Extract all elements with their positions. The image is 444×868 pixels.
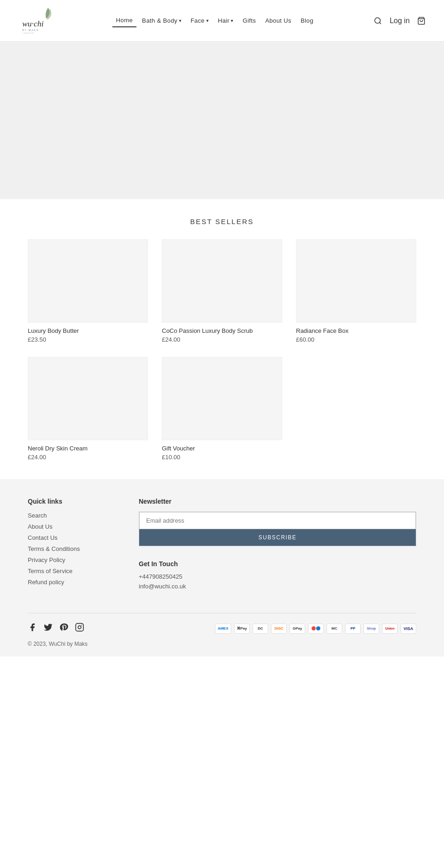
- twitter-icon[interactable]: [43, 623, 53, 634]
- search-link[interactable]: Search: [28, 512, 47, 519]
- hero-slideshow: [0, 42, 444, 199]
- svg-text:LONDON: LONDON: [22, 32, 35, 34]
- nav-face[interactable]: Face ▾: [187, 14, 212, 27]
- contact-info: +447908250425 info@wuchi.co.uk: [139, 573, 416, 590]
- newsletter-section: Newsletter SUBSCRIBE: [139, 498, 416, 546]
- copyright: © 2023, WuChi by Maks: [28, 641, 416, 647]
- refund-policy-link[interactable]: Refund policy: [28, 579, 64, 586]
- newsletter-heading: Newsletter: [139, 498, 416, 505]
- product-image: [296, 239, 416, 323]
- quick-links-list: Search About Us Contact Us Terms & Condi…: [28, 512, 111, 586]
- header-actions: Log in: [374, 17, 426, 25]
- quick-links-heading: Quick links: [28, 498, 111, 505]
- best-sellers-title: BEST SELLERS: [28, 218, 416, 225]
- product-image: [162, 239, 282, 323]
- nav-home[interactable]: Home: [112, 14, 136, 27]
- visa-badge: VISA: [401, 624, 416, 634]
- shopify-badge: Shop: [364, 624, 379, 634]
- discover-badge: DISC: [271, 624, 287, 634]
- list-item: Search: [28, 512, 111, 519]
- list-item: About Us: [28, 523, 111, 530]
- chevron-down-icon: ▾: [179, 18, 181, 23]
- product-card[interactable]: CoCo Passion Luxury Body Scrub £24.00: [162, 239, 282, 343]
- get-in-touch-heading: Get In Touch: [139, 560, 416, 568]
- social-icons: [28, 623, 84, 634]
- footer-cols: Quick links Search About Us Contact Us T…: [28, 498, 416, 604]
- list-item: Terms of Service: [28, 567, 111, 575]
- product-price: £24.00: [28, 454, 148, 461]
- search-button[interactable]: [374, 17, 382, 25]
- best-sellers-section: BEST SELLERS Luxury Body Butter £23.50 C…: [0, 199, 444, 479]
- list-item: Refund policy: [28, 578, 111, 586]
- payment-icons: AMEX ⌘Pay DC DISC GPay 🔴🔵 MC PP Shop Uni…: [215, 624, 416, 634]
- amex-badge: AMEX: [215, 624, 231, 634]
- product-name: CoCo Passion Luxury Body Scrub: [162, 327, 282, 334]
- diners-badge: DC: [253, 624, 268, 634]
- product-image: [28, 357, 148, 440]
- chevron-down-icon: ▾: [206, 18, 209, 23]
- main-nav: Home Bath & Body ▾ Face ▾ Hair ▾ Gifts A…: [112, 14, 317, 27]
- product-name: Gift Voucher: [162, 445, 282, 452]
- contact-link[interactable]: Contact Us: [28, 534, 57, 541]
- quick-links: Quick links Search About Us Contact Us T…: [28, 498, 111, 586]
- product-card[interactable]: Luxury Body Butter £23.50: [28, 239, 148, 343]
- terms-conditions-link[interactable]: Terms & Conditions: [28, 545, 80, 552]
- product-image: [28, 239, 148, 323]
- product-placeholder: [296, 357, 416, 461]
- phone-number: +447908250425: [139, 573, 416, 580]
- logo[interactable]: wu·chi BY MAKS LONDON: [18, 6, 56, 36]
- get-in-touch: Get In Touch +447908250425 info@wuchi.co…: [139, 560, 416, 590]
- unionpay-badge: Union: [382, 624, 398, 634]
- newsletter-col: Newsletter SUBSCRIBE Get In Touch +44790…: [139, 498, 416, 604]
- maestro-badge: 🔴🔵: [308, 624, 324, 634]
- product-price: £60.00: [296, 336, 416, 343]
- email-address: info@wuchi.co.uk: [139, 583, 416, 590]
- chevron-down-icon: ▾: [231, 18, 233, 23]
- quick-links-col: Quick links Search About Us Contact Us T…: [28, 498, 111, 604]
- applepay-badge: ⌘Pay: [234, 624, 250, 634]
- product-card[interactable]: Radiance Face Box £60.00: [296, 239, 416, 343]
- product-card[interactable]: Gift Voucher £10.00: [162, 357, 282, 461]
- svg-text:BY MAKS: BY MAKS: [22, 29, 39, 31]
- footer-bottom: AMEX ⌘Pay DC DISC GPay 🔴🔵 MC PP Shop Uni…: [28, 613, 416, 634]
- site-footer: Quick links Search About Us Contact Us T…: [0, 479, 444, 656]
- mastercard-badge: MC: [327, 624, 342, 634]
- paypal-badge: PP: [345, 624, 361, 634]
- newsletter-form: SUBSCRIBE: [139, 512, 416, 546]
- facebook-icon[interactable]: [28, 623, 37, 634]
- product-price: £24.00: [162, 336, 282, 343]
- instagram-icon[interactable]: [75, 623, 84, 634]
- list-item: Terms & Conditions: [28, 545, 111, 552]
- nav-hair[interactable]: Hair ▾: [214, 14, 237, 27]
- product-price: £23.50: [28, 336, 148, 343]
- svg-text:wu·chi: wu·chi: [22, 19, 44, 28]
- list-item: Contact Us: [28, 534, 111, 541]
- nav-about[interactable]: About Us: [261, 14, 295, 27]
- products-grid: Luxury Body Butter £23.50 CoCo Passion L…: [28, 239, 416, 461]
- product-name: Luxury Body Butter: [28, 327, 148, 334]
- list-item: Privacy Policy: [28, 556, 111, 563]
- svg-point-3: [375, 18, 381, 23]
- product-price: £10.00: [162, 454, 282, 461]
- svg-rect-5: [76, 624, 84, 631]
- product-name: Neroli Dry Skin Cream: [28, 445, 148, 452]
- cart-button[interactable]: [417, 17, 426, 25]
- product-name: Radiance Face Box: [296, 327, 416, 334]
- privacy-policy-link[interactable]: Privacy Policy: [28, 556, 65, 563]
- nav-gifts[interactable]: Gifts: [239, 14, 260, 27]
- nav-bath-body[interactable]: Bath & Body ▾: [138, 14, 185, 27]
- nav-blog[interactable]: Blog: [297, 14, 317, 27]
- gpay-badge: GPay: [290, 624, 305, 634]
- pinterest-icon[interactable]: [59, 623, 68, 634]
- about-link[interactable]: About Us: [28, 523, 52, 530]
- product-image: [162, 357, 282, 440]
- site-header: wu·chi BY MAKS LONDON Home Bath & Body ▾…: [0, 0, 444, 42]
- product-card[interactable]: Neroli Dry Skin Cream £24.00: [28, 357, 148, 461]
- subscribe-button[interactable]: SUBSCRIBE: [139, 529, 416, 546]
- terms-service-link[interactable]: Terms of Service: [28, 568, 73, 575]
- login-button[interactable]: Log in: [389, 17, 410, 25]
- email-input[interactable]: [139, 512, 416, 529]
